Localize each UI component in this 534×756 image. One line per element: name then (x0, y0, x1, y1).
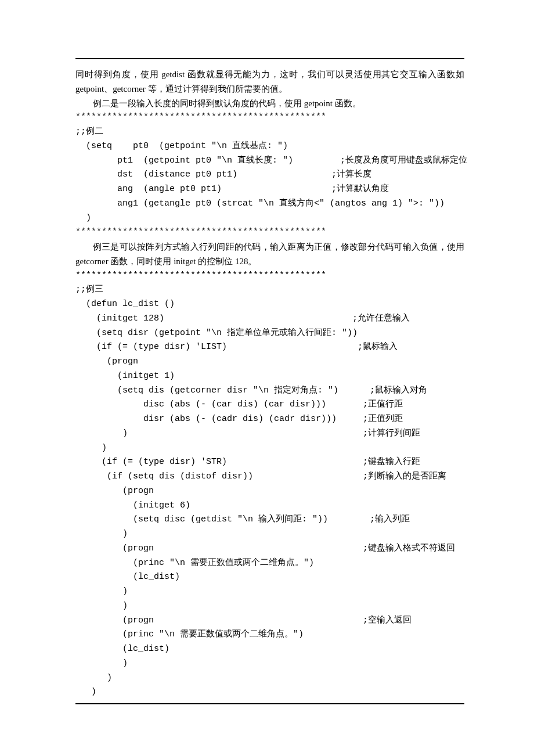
example3-line-9: disr (abs (- (cadr dis) (cadr disr))) ;正… (75, 412, 464, 427)
example2-line-1: (setq pt0 (getpoint "\n 直线基点: ") (75, 139, 464, 154)
example3-line-7: (setq dis (getcorner disr "\n 指定对角点: ") … (75, 384, 464, 398)
example2-label: ;;例二 (75, 125, 464, 139)
example3-line-2: (initget 128) ;允许任意输入 (75, 312, 464, 326)
example3-line-1: (defun lc_dist () (75, 297, 464, 312)
example3-line-22: ) (75, 599, 464, 614)
paragraph-3: 例三是可以按阵列方式输入行列间距的代码，输入距离为正值，修改部分代码可输入负值，… (75, 240, 464, 269)
page: 同时得到角度，使用 getdist 函数就显得无能为力，这时，我们可以灵活使用其… (0, 0, 534, 722)
example2-line-5: ang1 (getangle pt0 (strcat "\n 直线方向<" (a… (75, 197, 464, 211)
top-horizontal-rule (75, 58, 464, 59)
example3-line-16: (setq disc (getdist "\n 输入列间距: ")) ;输入列距 (75, 513, 464, 527)
separator-2: ****************************************… (75, 225, 464, 240)
example3-line-3: (setq disr (getpoint "\n 指定单位单元或输入行间距: "… (75, 326, 464, 341)
example3-line-11: ) (75, 441, 464, 456)
separator-3: ****************************************… (75, 269, 464, 283)
example3-line-23: (progn ;空输入返回 (75, 614, 464, 628)
separator-1: ****************************************… (75, 110, 464, 125)
example3-line-26: ) (75, 657, 464, 671)
example3-line-12: (if (= (type disr) 'STR) ;键盘输入行距 (75, 455, 464, 470)
paragraph-2: 例二是一段输入长度的同时得到默认角度的代码，使用 getpoint 函数。 (75, 96, 464, 111)
example3-line-28: ) (75, 685, 464, 700)
example2-line-6: ) (75, 211, 464, 226)
example2-line-3: dst (distance pt0 pt1) ;计算长度 (75, 168, 464, 182)
example2-line-2: pt1 (getpoint pt0 "\n 直线长度: ") ;长度及角度可用键… (75, 154, 464, 168)
example3-line-4: (if (= (type disr) 'LIST) ;鼠标输入 (75, 340, 464, 355)
paragraph-1: 同时得到角度，使用 getdist 函数就显得无能为力，这时，我们可以灵活使用其… (75, 67, 464, 96)
example3-line-8: disc (abs (- (car dis) (car disr))) ;正值行… (75, 398, 464, 412)
example3-line-20: (lc_dist) (75, 570, 464, 585)
example3-line-6: (initget 1) (75, 369, 464, 384)
example3-line-5: (progn (75, 355, 464, 369)
example3-line-24: (princ "\n 需要正数值或两个二维角点。") (75, 628, 464, 642)
example3-line-13: (if (setq dis (distof disr)) ;判断输入的是否距离 (75, 470, 464, 484)
example3-line-15: (initget 6) (75, 499, 464, 513)
bottom-horizontal-rule (75, 703, 464, 704)
example3-line-17: ) (75, 527, 464, 542)
example3-line-18: (progn ;键盘输入格式不符返回 (75, 542, 464, 556)
example3-line-14: (progn (75, 484, 464, 499)
example3-line-27: ) (75, 671, 464, 686)
example3-line-10: ) ;计算行列间距 (75, 427, 464, 441)
example2-line-4: ang (angle pt0 pt1) ;计算默认角度 (75, 182, 464, 197)
example3-line-21: ) (75, 585, 464, 599)
example3-line-19: (princ "\n 需要正数值或两个二维角点。") (75, 556, 464, 571)
example3-label: ;;例三 (75, 283, 464, 297)
example3-line-25: (lc_dist) (75, 642, 464, 657)
